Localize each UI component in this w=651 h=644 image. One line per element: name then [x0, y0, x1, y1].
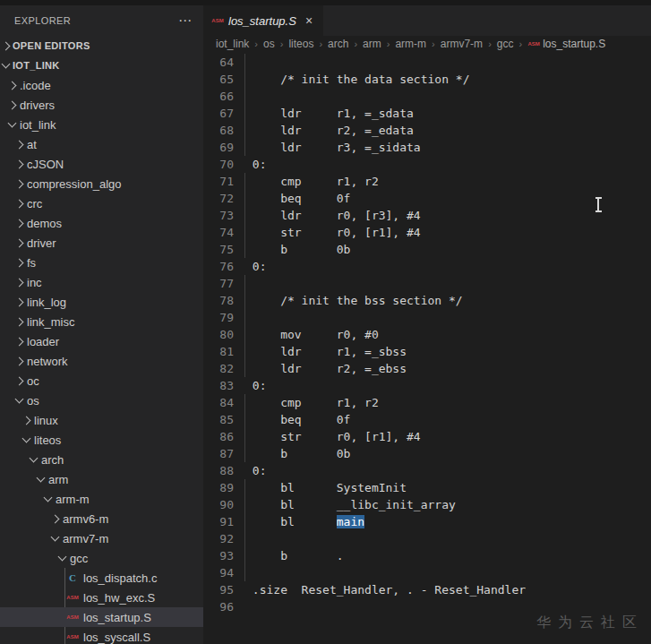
- code-line-86[interactable]: 86 str r0, [r1], #4: [203, 428, 651, 445]
- section-iot-link[interactable]: IOT_LINK: [0, 56, 203, 75]
- tree-item-oc[interactable]: oc: [0, 371, 203, 391]
- tree-item-label: los_startup.S: [83, 611, 151, 624]
- code-line-84[interactable]: 84 cmp r1, r2: [203, 394, 651, 411]
- code-line-94[interactable]: 94: [203, 564, 651, 581]
- breadcrumb-separator-icon: ›: [319, 39, 322, 49]
- selected-word: main: [337, 515, 364, 528]
- asm-file-icon: ASM: [527, 41, 540, 47]
- tree-item-fs[interactable]: fs: [0, 253, 203, 272]
- code-editor[interactable]: 6465 /* init the data section */6667 ldr…: [203, 52, 651, 644]
- code-line-76[interactable]: 76 0:: [203, 258, 651, 275]
- line-number: 92: [203, 530, 245, 547]
- tree-item-os[interactable]: os: [0, 391, 203, 410]
- tree-item-los-dispatch-c[interactable]: Clos_dispatch.c: [0, 568, 203, 588]
- code-line-74[interactable]: 74 str r0, [r1], #4: [203, 224, 651, 241]
- line-text: mov r0, #0: [245, 326, 379, 343]
- code-line-65[interactable]: 65 /* init the data section */: [203, 71, 651, 88]
- tree-item-drivers[interactable]: drivers: [0, 95, 203, 115]
- code-line-82[interactable]: 82 ldr r2, =_ebss: [203, 360, 651, 377]
- code-line-93[interactable]: 93 b .: [203, 547, 651, 564]
- chevron-right-icon: [15, 356, 24, 365]
- tree-item-iot-link[interactable]: iot_link: [0, 115, 203, 134]
- tree-item-arch[interactable]: arch: [0, 450, 203, 469]
- more-actions-icon[interactable]: ⋯: [178, 16, 193, 25]
- code-line-72[interactable]: 72 beq 0f: [203, 190, 651, 207]
- breadcrumb-item-file[interactable]: ASMlos_startup.S: [527, 38, 605, 50]
- tree-item-label: crc: [27, 197, 42, 210]
- code-line-88[interactable]: 88 0:: [203, 462, 651, 479]
- tree-item-gcc[interactable]: gcc: [0, 548, 203, 568]
- tree-item-los-syscall-s[interactable]: ASMlos_syscall.S: [0, 627, 203, 644]
- line-number: 82: [203, 360, 245, 377]
- code-line-95[interactable]: 95 .size Reset_Handler, . - Reset_Handle…: [203, 581, 651, 598]
- code-line-67[interactable]: 67 ldr r1, =_sdata: [203, 105, 651, 122]
- line-number: 83: [203, 377, 245, 394]
- tree-item-armv7-m[interactable]: armv7-m: [0, 528, 203, 548]
- code-line-68[interactable]: 68 ldr r2, =_edata: [203, 122, 651, 139]
- line-number: 65: [203, 71, 245, 88]
- breadcrumb-item-arm[interactable]: arm: [363, 38, 381, 50]
- breadcrumb-item-iot-link[interactable]: iot_link: [216, 38, 249, 50]
- chevron-down-icon: [44, 494, 53, 502]
- tree-item-arm[interactable]: arm: [0, 469, 203, 489]
- tree-item-loader[interactable]: loader: [0, 331, 203, 351]
- tree-item-compression-algo[interactable]: compression_algo: [0, 174, 203, 193]
- chevron-right-icon: [15, 179, 24, 188]
- breadcrumb-separator-icon: ›: [432, 39, 435, 49]
- code-line-92[interactable]: 92: [203, 530, 651, 547]
- breadcrumb-item-liteos[interactable]: liteos: [288, 38, 313, 50]
- tree-item-linux[interactable]: linux: [0, 410, 203, 430]
- code-line-77[interactable]: 77: [203, 275, 651, 292]
- tree-item-los-startup-s[interactable]: ASMlos_startup.S: [0, 607, 203, 627]
- tree-item-cjson[interactable]: cJSON: [0, 154, 203, 174]
- tree-item-link-misc[interactable]: link_misc: [0, 312, 203, 331]
- tree-item-driver[interactable]: driver: [0, 233, 203, 253]
- tree-item-network[interactable]: network: [0, 351, 203, 371]
- code-line-81[interactable]: 81 ldr r1, =_sbss: [203, 343, 651, 360]
- code-line-73[interactable]: 73 ldr r0, [r3], #4: [203, 207, 651, 224]
- code-line-91[interactable]: 91 bl main: [203, 513, 651, 530]
- tree-item-crc[interactable]: crc: [0, 193, 203, 213]
- line-text: b 0b: [245, 445, 350, 462]
- tree-item-link-log[interactable]: link_log: [0, 292, 203, 312]
- breadcrumb-item-gcc[interactable]: gcc: [497, 38, 514, 50]
- tree-item-label: link_misc: [27, 315, 74, 329]
- tree-item-arm-m[interactable]: arm-m: [0, 489, 203, 509]
- breadcrumb-item-armv7-m[interactable]: armv7-m: [441, 38, 483, 50]
- close-icon[interactable]: ×: [304, 14, 314, 27]
- breadcrumb-item-arm-m[interactable]: arm-m: [395, 38, 426, 50]
- breadcrumb-item-arch[interactable]: arch: [328, 38, 348, 50]
- code-line-90[interactable]: 90 bl __libc_init_array: [203, 496, 651, 513]
- code-line-79[interactable]: 79: [203, 309, 651, 326]
- line-number: 64: [203, 54, 245, 71]
- chevron-right-icon: [15, 238, 24, 247]
- line-text: bl main: [245, 513, 364, 530]
- chevron-down-icon: [51, 533, 60, 542]
- tree-item-liteos[interactable]: liteos: [0, 430, 203, 450]
- chevron-down-icon: [8, 119, 17, 128]
- tree-item-demos[interactable]: demos: [0, 213, 203, 233]
- code-line-71[interactable]: 71 cmp r1, r2: [203, 173, 651, 190]
- line-text: cmp r1, r2: [245, 394, 379, 411]
- tree-item--icode[interactable]: .icode: [0, 75, 203, 95]
- tree-item-at[interactable]: at: [0, 134, 203, 154]
- code-line-83[interactable]: 83 0:: [203, 377, 651, 394]
- code-line-64[interactable]: 64: [203, 54, 651, 71]
- tab-los-startup[interactable]: ASM los_startup.S ×: [203, 5, 323, 36]
- tree-item-label: liteos: [34, 434, 61, 447]
- code-line-78[interactable]: 78 /* init the bss section */: [203, 292, 651, 309]
- code-line-66[interactable]: 66: [203, 88, 651, 105]
- tree-item-label: iot_link: [20, 118, 56, 132]
- code-line-80[interactable]: 80 mov r0, #0: [203, 326, 651, 343]
- breadcrumb-item-os[interactable]: os: [263, 38, 275, 50]
- tree-item-inc[interactable]: inc: [0, 272, 203, 292]
- code-line-85[interactable]: 85 beq 0f: [203, 411, 651, 428]
- code-line-89[interactable]: 89 bl SystemInit: [203, 479, 651, 496]
- code-line-69[interactable]: 69 ldr r3, =_sidata: [203, 139, 651, 156]
- tree-item-armv6-m[interactable]: armv6-m: [0, 509, 203, 528]
- code-line-87[interactable]: 87 b 0b: [203, 445, 651, 462]
- code-line-70[interactable]: 70 0:: [203, 156, 651, 173]
- tree-item-los-hw-exc-s[interactable]: ASMlos_hw_exc.S: [0, 588, 203, 607]
- section-open-editors[interactable]: OPEN EDITORS: [0, 36, 203, 56]
- code-line-75[interactable]: 75 b 0b: [203, 241, 651, 258]
